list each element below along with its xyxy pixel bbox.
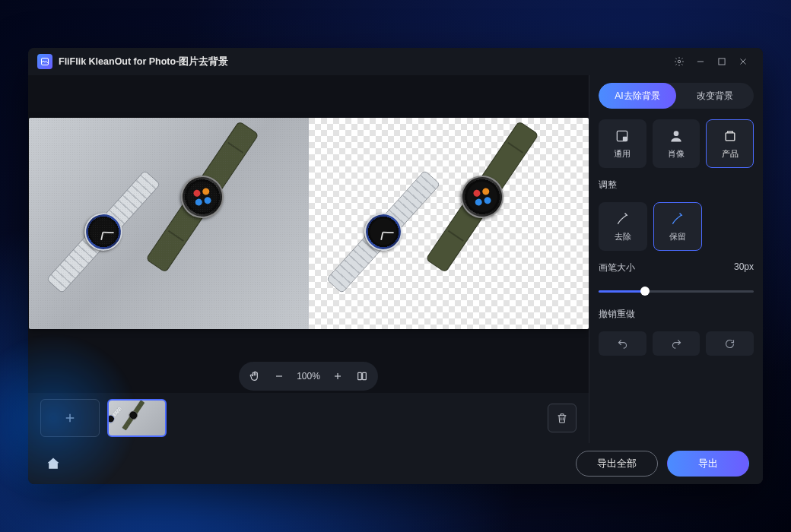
undo-icon (617, 338, 628, 350)
brush-size-slider[interactable] (599, 285, 754, 297)
erase-brush-icon (615, 211, 631, 226)
zoom-out-button[interactable] (268, 365, 291, 388)
svg-rect-16 (726, 132, 735, 140)
mode-tabs: AI去除背景 改变背景 (599, 83, 754, 109)
zoom-toolbar: 100% (28, 359, 589, 393)
redo-icon (671, 338, 682, 350)
product-icon (723, 128, 738, 144)
brush-size-label: 画笔大小 (599, 261, 635, 274)
brush-size-row: 画笔大小 30px (599, 261, 754, 274)
category-grid: 通用 肖像 产品 (599, 119, 754, 168)
settings-button[interactable] (669, 51, 690, 72)
add-image-button[interactable] (40, 399, 100, 437)
thumbnail-tray (28, 393, 589, 443)
adjust-erase[interactable]: 去除 (599, 202, 647, 251)
category-general[interactable]: 通用 (599, 119, 646, 168)
svg-point-1 (678, 60, 681, 63)
after-panel (309, 118, 589, 329)
app-window: FliFlik KleanOut for Photo-图片去背景 (28, 48, 763, 484)
sidebar: AI去除背景 改变背景 通用 肖像 产品 调整 (589, 75, 763, 443)
gear-icon (674, 56, 685, 67)
before-after-view[interactable] (29, 118, 589, 329)
zoom-level: 100% (292, 371, 325, 382)
minus-icon (273, 370, 285, 382)
home-icon (46, 456, 61, 471)
maximize-button[interactable] (711, 51, 732, 72)
adjust-grid: 去除 保留 (599, 202, 754, 251)
undo-button[interactable] (599, 331, 646, 356)
export-button[interactable]: 导出 (667, 451, 749, 477)
refresh-icon (724, 338, 735, 350)
zoom-in-button[interactable] (326, 365, 349, 388)
close-icon (738, 56, 748, 67)
undo-section-label: 撤销重做 (599, 308, 754, 321)
thumbnail-item[interactable] (107, 399, 167, 437)
category-portrait-label: 肖像 (668, 148, 685, 160)
compare-toggle-button[interactable] (351, 365, 373, 388)
keep-brush-icon (670, 211, 685, 226)
adjust-erase-label: 去除 (615, 231, 631, 242)
undo-redo-row (599, 331, 754, 356)
plus-icon (63, 411, 77, 425)
adjust-keep[interactable]: 保留 (653, 202, 702, 251)
svg-rect-3 (719, 59, 725, 65)
category-product-label: 产品 (722, 148, 739, 160)
pan-tool-button[interactable] (243, 365, 266, 388)
category-portrait[interactable]: 肖像 (653, 119, 700, 168)
svg-point-15 (674, 131, 679, 136)
plus-icon (332, 370, 344, 382)
redo-button[interactable] (653, 331, 700, 356)
adjust-section-label: 调整 (599, 179, 754, 192)
app-logo-icon (37, 54, 52, 69)
minimize-icon (695, 56, 706, 67)
category-product[interactable]: 产品 (706, 119, 754, 168)
category-general-label: 通用 (614, 148, 631, 160)
canvas-wrap (28, 75, 589, 359)
export-all-button[interactable]: 导出全部 (576, 451, 658, 477)
maximize-icon (716, 56, 727, 67)
reset-button[interactable] (706, 331, 754, 356)
close-button[interactable] (732, 51, 754, 72)
svg-rect-14 (623, 136, 627, 141)
main-area: 100% (28, 75, 763, 443)
canvas-pane: 100% (28, 75, 589, 443)
person-icon (669, 128, 684, 144)
delete-button[interactable] (548, 404, 577, 432)
svg-rect-9 (358, 372, 362, 379)
svg-rect-10 (363, 372, 367, 379)
compare-icon (356, 370, 368, 382)
app-title: FliFlik KleanOut for Photo-图片去背景 (59, 55, 228, 68)
before-panel (29, 118, 309, 329)
tab-ai-remove-bg[interactable]: AI去除背景 (599, 83, 676, 109)
titlebar: FliFlik KleanOut for Photo-图片去背景 (28, 48, 763, 75)
trash-icon (556, 412, 568, 424)
general-icon (615, 128, 630, 144)
footer: 导出全部 导出 (28, 443, 763, 484)
tab-change-bg[interactable]: 改变背景 (676, 83, 754, 109)
home-button[interactable] (42, 452, 65, 475)
adjust-keep-label: 保留 (669, 231, 686, 242)
brush-size-value: 30px (734, 261, 754, 274)
minimize-button[interactable] (690, 51, 711, 72)
hand-icon (249, 370, 261, 382)
